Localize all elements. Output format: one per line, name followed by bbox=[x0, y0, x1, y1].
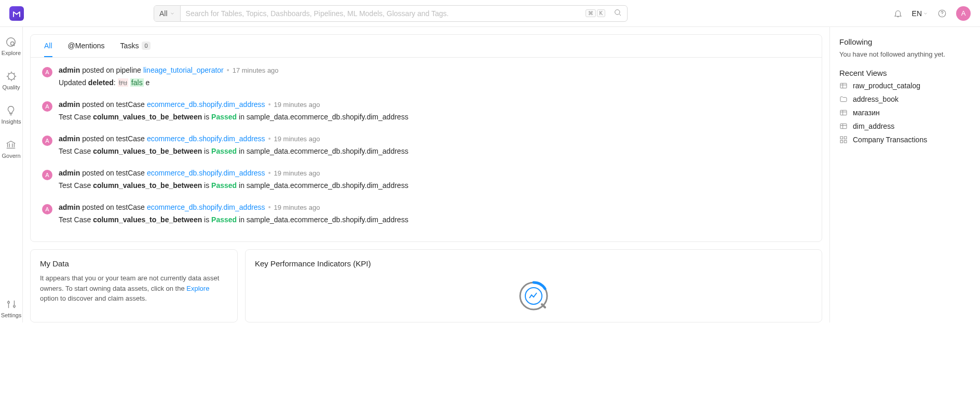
table-icon bbox=[839, 82, 848, 90]
feed-avatar[interactable]: A bbox=[42, 101, 52, 112]
feed-entity-link[interactable]: ecommerce_db.shopify.dim_address bbox=[147, 169, 265, 177]
kpi-card: Key Performance Indicators (KPI) bbox=[245, 249, 822, 322]
feed-testcase-name: column_values_to_be_between bbox=[93, 181, 202, 190]
kbd-k: K bbox=[597, 9, 606, 17]
search-icon bbox=[614, 8, 622, 17]
feed-diff-suffix: e bbox=[144, 78, 150, 87]
folder-icon bbox=[839, 95, 848, 103]
svg-point-8 bbox=[525, 288, 542, 304]
activity-feed-card: All @Mentions Tasks 0 A admin posted on … bbox=[30, 34, 822, 242]
search-input[interactable] bbox=[181, 6, 586, 21]
my-data-title: My Data bbox=[40, 259, 228, 268]
feed-p1: Test Case bbox=[59, 181, 93, 190]
feed-item: A admin posted on testCase ecommerce_db.… bbox=[42, 100, 810, 121]
search-scope-label: All bbox=[159, 9, 168, 18]
feed-separator: • bbox=[268, 134, 271, 143]
header: All ⌘ K EN A bbox=[0, 0, 980, 27]
feed-user: admin bbox=[59, 66, 80, 74]
sidebar-item-settings[interactable]: Settings bbox=[1, 299, 22, 318]
feed-p1: Test Case bbox=[59, 147, 93, 155]
govern-icon bbox=[5, 139, 17, 151]
notifications-button[interactable] bbox=[893, 9, 903, 18]
feed-entity-link[interactable]: ecommerce_db.shopify.dim_address bbox=[147, 100, 265, 109]
sidebar-label-quality: Quality bbox=[2, 84, 20, 90]
kbd-cmd: ⌘ bbox=[586, 9, 596, 17]
sidebar-item-insights[interactable]: Insights bbox=[2, 105, 21, 125]
svg-point-5 bbox=[7, 302, 9, 304]
feed-header-line: admin posted on testCase ecommerce_db.sh… bbox=[59, 100, 810, 109]
feed-header-line: admin posted on testCase ecommerce_db.sh… bbox=[59, 169, 810, 177]
feed-p4: in sample_data.ecommerce_db.shopify.dim_… bbox=[237, 113, 408, 121]
feed-timestamp: 19 minutes ago bbox=[274, 169, 320, 177]
feed-timestamp: 19 minutes ago bbox=[274, 135, 320, 143]
search-scope-select[interactable]: All bbox=[154, 6, 181, 21]
feed-p4: in sample_data.ecommerce_db.shopify.dim_… bbox=[237, 181, 408, 190]
feed-detail-colon: : bbox=[114, 78, 118, 87]
sidebar-item-explore[interactable]: Explore bbox=[2, 36, 21, 56]
feed-avatar[interactable]: A bbox=[42, 170, 52, 180]
feed-entity-link[interactable]: ecommerce_db.shopify.dim_address bbox=[147, 203, 265, 211]
tab-all-label: All bbox=[44, 42, 52, 50]
my-data-text2: option to discover and claim assets. bbox=[40, 294, 147, 302]
sidebar-label-settings: Settings bbox=[1, 312, 22, 318]
feed-status: Passed bbox=[211, 113, 237, 121]
tab-tasks[interactable]: Tasks 0 bbox=[120, 35, 151, 57]
quality-icon bbox=[6, 71, 17, 82]
feed-p3: is bbox=[202, 181, 211, 190]
recent-view-item[interactable]: address_book bbox=[839, 95, 971, 103]
svg-rect-11 bbox=[840, 124, 847, 128]
svg-point-3 bbox=[11, 42, 14, 45]
kpi-title: Key Performance Indicators (KPI) bbox=[255, 259, 812, 268]
svg-point-6 bbox=[13, 305, 15, 307]
following-text: You have not followed anything yet. bbox=[839, 50, 971, 58]
feed-avatar[interactable]: A bbox=[42, 204, 52, 214]
tab-mentions[interactable]: @Mentions bbox=[68, 35, 105, 57]
recent-view-item[interactable]: raw_product_catalog bbox=[839, 82, 971, 90]
help-button[interactable] bbox=[937, 9, 947, 18]
feed-header-line: admin posted on testCase ecommerce_db.sh… bbox=[59, 203, 810, 211]
feed-content: admin posted on pipeline lineage_tutoria… bbox=[59, 66, 810, 87]
tab-tasks-label: Tasks bbox=[120, 42, 139, 50]
feed-content: admin posted on testCase ecommerce_db.sh… bbox=[59, 203, 810, 224]
feed-p3: is bbox=[202, 113, 211, 121]
feed-posted-on: posted on testCase bbox=[82, 134, 145, 143]
explore-link[interactable]: Explore bbox=[186, 285, 209, 292]
feed-status: Passed bbox=[211, 215, 237, 224]
svg-rect-15 bbox=[844, 140, 847, 143]
sidebar-item-govern[interactable]: Govern bbox=[2, 139, 20, 159]
language-select[interactable]: EN bbox=[912, 9, 928, 18]
language-label: EN bbox=[912, 9, 922, 18]
recent-view-item[interactable]: Company Transactions bbox=[839, 136, 971, 144]
recent-view-label: магазин bbox=[853, 109, 880, 117]
feed-testcase-name: column_values_to_be_between bbox=[93, 215, 202, 224]
feed-content: admin posted on testCase ecommerce_db.sh… bbox=[59, 169, 810, 190]
sidebar-label-govern: Govern bbox=[2, 153, 20, 159]
search-button[interactable] bbox=[608, 8, 627, 18]
tab-all[interactable]: All bbox=[44, 35, 52, 57]
user-avatar[interactable]: A bbox=[956, 6, 971, 21]
feed-avatar[interactable]: A bbox=[42, 67, 52, 77]
kpi-chart-icon bbox=[517, 279, 550, 313]
logo[interactable] bbox=[9, 6, 24, 21]
feed-detail: Test Case column_values_to_be_between is… bbox=[59, 215, 810, 224]
sidebar-item-quality[interactable]: Quality bbox=[2, 71, 20, 90]
recent-view-item[interactable]: dim_address bbox=[839, 122, 971, 130]
feed-entity-link[interactable]: lineage_tutorial_operator bbox=[143, 66, 224, 74]
recent-view-item[interactable]: магазин bbox=[839, 109, 971, 117]
feed-p3: is bbox=[202, 147, 211, 155]
feed-detail: Updated deleted: tru fals e bbox=[59, 78, 810, 87]
feed-detail: Test Case column_values_to_be_between is… bbox=[59, 181, 810, 190]
svg-rect-9 bbox=[840, 83, 847, 88]
feed-entity-link[interactable]: ecommerce_db.shopify.dim_address bbox=[147, 134, 265, 143]
feed-avatar[interactable]: A bbox=[42, 136, 52, 146]
feed-timestamp: 19 minutes ago bbox=[274, 204, 320, 211]
help-icon bbox=[937, 9, 947, 18]
feed-user: admin bbox=[59, 203, 80, 211]
feed-detail: Test Case column_values_to_be_between is… bbox=[59, 147, 810, 155]
right-panel: Following You have not followed anything… bbox=[829, 27, 980, 322]
recent-view-label: Company Transactions bbox=[853, 136, 927, 144]
feed-user: admin bbox=[59, 100, 80, 109]
tab-mentions-label: @Mentions bbox=[68, 42, 105, 50]
header-right: EN A bbox=[893, 6, 971, 21]
feed-user: admin bbox=[59, 169, 80, 177]
